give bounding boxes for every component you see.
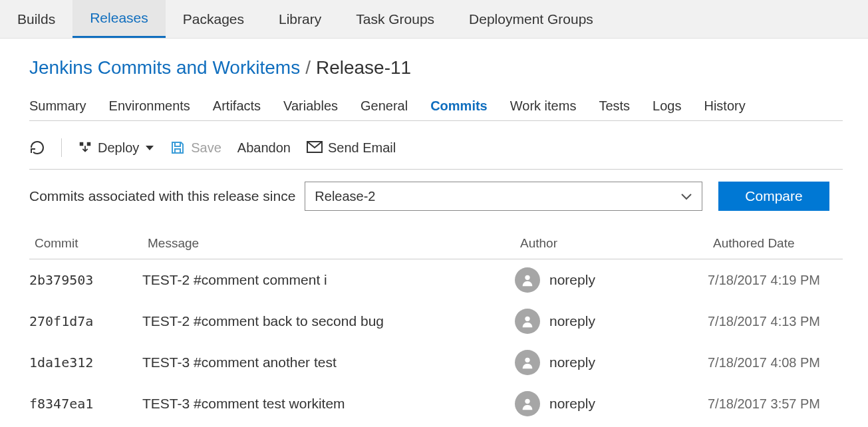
save-label: Save	[191, 140, 221, 156]
tab-work-items[interactable]: Work items	[510, 98, 577, 114]
nav-releases[interactable]: Releases	[72, 0, 166, 38]
svg-point-4	[525, 275, 529, 280]
table-row[interactable]: f8347ea1 TEST-3 #comment test workitem n…	[29, 383, 843, 424]
nav-builds[interactable]: Builds	[0, 0, 72, 38]
refresh-icon	[29, 140, 45, 156]
deploy-icon	[78, 140, 92, 155]
author-cell: noreply	[515, 267, 708, 293]
commit-message: TEST-2 #comment back to second bug	[142, 313, 515, 329]
author-name: noreply	[549, 313, 595, 329]
commit-message: TEST-2 #comment comment i	[142, 272, 515, 288]
nav-library[interactable]: Library	[261, 0, 339, 38]
avatar-icon	[515, 309, 540, 334]
chevron-down-icon	[680, 188, 692, 205]
authored-date: 7/18/2017 3:57 PM	[708, 396, 843, 412]
authored-date: 7/18/2017 4:19 PM	[708, 273, 843, 288]
avatar-icon	[515, 391, 540, 416]
table-row[interactable]: 2b379503 TEST-2 #comment comment i norep…	[29, 259, 843, 301]
send-email-label: Send Email	[328, 140, 396, 156]
tab-summary[interactable]: Summary	[29, 98, 86, 114]
save-icon	[170, 140, 186, 156]
breadcrumb: Jenkins Commits and Workitems / Release-…	[29, 57, 843, 78]
breadcrumb-separator: /	[305, 57, 311, 78]
top-nav: Builds Releases Packages Library Task Gr…	[0, 0, 868, 39]
breadcrumb-parent-link[interactable]: Jenkins Commits and Workitems	[29, 57, 300, 78]
refresh-button[interactable]	[29, 140, 45, 156]
svg-point-6	[525, 358, 529, 362]
authored-date: 7/18/2017 4:08 PM	[708, 355, 843, 370]
commit-hash: 1da1e312	[29, 355, 142, 370]
commit-hash: f8347ea1	[29, 396, 142, 412]
tab-general[interactable]: General	[361, 98, 408, 114]
author-name: noreply	[549, 396, 595, 412]
tab-logs[interactable]: Logs	[652, 98, 681, 114]
author-cell: noreply	[515, 309, 708, 334]
tab-tests[interactable]: Tests	[599, 98, 630, 114]
filter-row: Commits associated with this release sin…	[29, 182, 843, 211]
toolbar: Deploy Save Abandon Send Email	[29, 132, 843, 170]
header-author[interactable]: Author	[520, 236, 713, 251]
save-button[interactable]: Save	[170, 140, 221, 156]
authored-date: 7/18/2017 4:13 PM	[708, 314, 843, 329]
author-name: noreply	[549, 355, 595, 370]
tab-environments[interactable]: Environments	[109, 98, 190, 114]
svg-point-5	[525, 317, 529, 321]
header-date[interactable]: Authored Date	[713, 236, 843, 251]
svg-rect-2	[175, 149, 180, 153]
header-message[interactable]: Message	[148, 236, 520, 251]
table-header: Commit Message Author Authored Date	[29, 231, 843, 259]
release-select-value: Release-2	[315, 189, 375, 204]
table-row[interactable]: 270f1d7a TEST-2 #comment back to second …	[29, 301, 843, 342]
nav-packages[interactable]: Packages	[166, 0, 261, 38]
compare-button[interactable]: Compare	[718, 182, 829, 211]
tab-commits[interactable]: Commits	[430, 98, 488, 114]
mail-icon	[307, 141, 323, 154]
tab-history[interactable]: History	[704, 98, 745, 114]
svg-point-7	[525, 399, 529, 404]
release-select[interactable]: Release-2	[305, 182, 702, 211]
commit-message: TEST-3 #comment another test	[142, 355, 515, 370]
author-cell: noreply	[515, 350, 708, 375]
author-cell: noreply	[515, 391, 708, 416]
breadcrumb-current: Release-11	[316, 57, 411, 78]
sub-tabs: Summary Environments Artifacts Variables…	[29, 98, 843, 121]
commit-message: TEST-3 #comment test workitem	[142, 396, 515, 412]
deploy-button[interactable]: Deploy	[78, 140, 154, 156]
abandon-label: Abandon	[237, 140, 291, 156]
header-commit[interactable]: Commit	[35, 236, 148, 251]
abandon-button[interactable]: Abandon	[237, 140, 291, 156]
nav-task-groups[interactable]: Task Groups	[339, 0, 452, 38]
commit-hash: 2b379503	[29, 272, 142, 288]
send-email-button[interactable]: Send Email	[307, 140, 396, 156]
commit-hash: 270f1d7a	[29, 313, 142, 329]
filter-label: Commits associated with this release sin…	[29, 188, 295, 204]
svg-rect-1	[87, 142, 91, 146]
avatar-icon	[515, 267, 540, 293]
tab-variables[interactable]: Variables	[283, 98, 338, 114]
avatar-icon	[515, 350, 540, 375]
commits-table: Commit Message Author Authored Date 2b37…	[29, 231, 843, 424]
tab-artifacts[interactable]: Artifacts	[213, 98, 261, 114]
deploy-label: Deploy	[98, 140, 139, 156]
toolbar-divider	[61, 138, 62, 157]
nav-deployment-groups[interactable]: Deployment Groups	[452, 0, 611, 38]
table-row[interactable]: 1da1e312 TEST-3 #comment another test no…	[29, 342, 843, 383]
chevron-down-icon	[146, 146, 154, 150]
svg-rect-0	[80, 142, 84, 146]
author-name: noreply	[549, 272, 595, 288]
